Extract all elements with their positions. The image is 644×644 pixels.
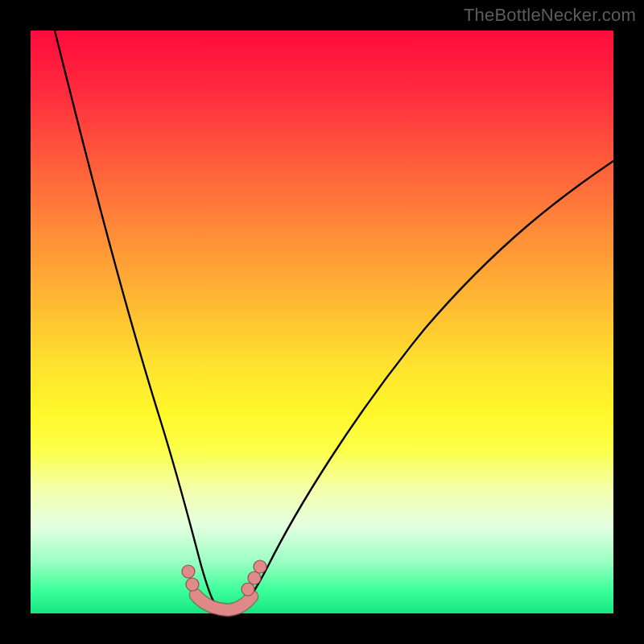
marker-dot xyxy=(186,578,199,591)
chart-frame: TheBottleNecker.com xyxy=(0,0,644,644)
right-curve xyxy=(238,161,613,610)
marker-group xyxy=(182,560,266,610)
chart-svg xyxy=(31,31,613,613)
curve-group xyxy=(55,31,613,610)
left-curve xyxy=(55,31,220,610)
marker-dot xyxy=(242,583,254,596)
marker-dot xyxy=(182,565,195,578)
marker-dot xyxy=(254,560,266,573)
plot-area xyxy=(31,31,613,613)
watermark-text: TheBottleNecker.com xyxy=(464,5,636,26)
